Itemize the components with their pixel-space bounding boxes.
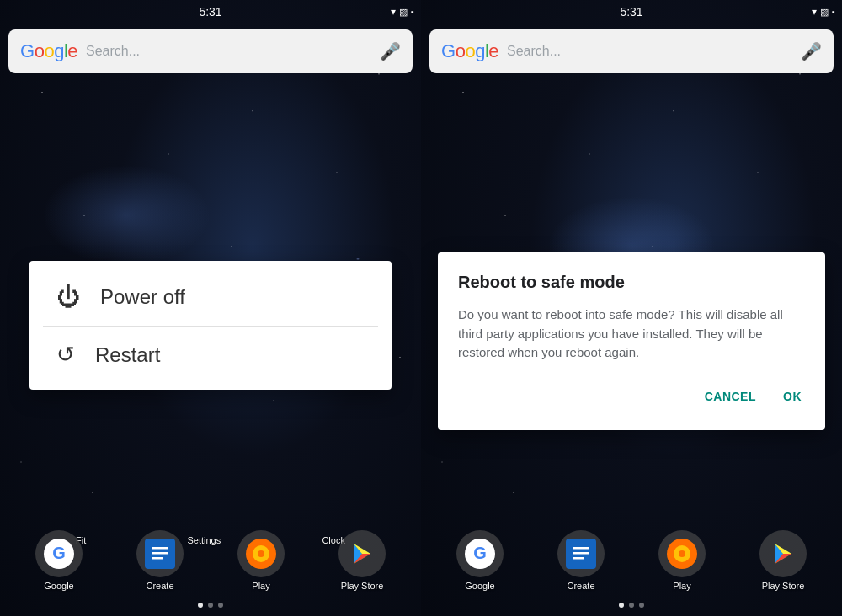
app-dock-right: G Google Create (421, 530, 842, 591)
play-label-right: Play (673, 581, 690, 591)
dialog-buttons: CANCEL OK (458, 383, 805, 410)
battery-icon: ▪ (411, 7, 414, 17)
play-store-label-right: Play Store (762, 581, 805, 591)
play-store-icon-wrap-right (759, 530, 807, 577)
mic-icon-right[interactable]: 🎤 (801, 41, 822, 61)
time-display-right: 5:31 (620, 5, 642, 19)
power-menu[interactable]: ⏻ Power off ↺ Restart (29, 261, 392, 390)
svg-rect-4 (152, 552, 168, 555)
play-icon-wrap (237, 530, 285, 577)
search-placeholder-right[interactable]: Search... (507, 44, 801, 59)
battery-icon-right: ▪ (832, 7, 835, 17)
create-icon-svg (145, 539, 175, 569)
create-icon-wrap (136, 530, 184, 577)
right-screen: 5:31 ▾ ▨ ▪ Google Search... 🎤 Reboot to … (421, 0, 842, 616)
status-bar-right: 5:31 ▾ ▨ ▪ (421, 0, 842, 24)
app-create-left[interactable]: Create (136, 530, 184, 591)
svg-text:G: G (52, 544, 66, 562)
power-off-icon: ⏻ (56, 283, 80, 311)
play-store-icon-svg (347, 539, 377, 569)
app-play-store-right[interactable]: Play Store (759, 530, 807, 591)
dot-3-left (218, 603, 223, 608)
dialog-title: Reboot to safe mode (458, 273, 805, 292)
svg-rect-19 (573, 557, 584, 560)
app-play-left[interactable]: Play (237, 530, 285, 591)
reboot-dialog: Reboot to safe mode Do you want to reboo… (438, 252, 825, 430)
play-icon-svg (246, 539, 276, 569)
google-logo-left: Google (20, 40, 77, 62)
power-off-button[interactable]: ⏻ Power off (29, 268, 392, 326)
google-label-left: Google (44, 581, 73, 591)
search-bar-left[interactable]: Google Search... 🎤 (8, 29, 413, 73)
app-play-right[interactable]: Play (658, 530, 706, 591)
app-google-left[interactable]: G Google (35, 530, 83, 591)
search-bar-right[interactable]: Google Search... 🎤 (429, 29, 834, 73)
google-icon-svg-right: G (465, 539, 495, 569)
google-icon-wrap-right: G (456, 530, 504, 577)
mic-icon-left[interactable]: 🎤 (380, 41, 401, 61)
dot-1-right (619, 603, 624, 608)
power-off-label: Power off (100, 285, 185, 309)
play-icon-wrap-right (658, 530, 706, 577)
status-icons: ▾ ▨ ▪ (391, 6, 414, 18)
signal-icon: ▨ (399, 7, 408, 18)
play-store-icon-svg-right (768, 539, 798, 569)
restart-icon: ↺ (56, 342, 75, 368)
time-display: 5:31 (199, 5, 221, 19)
svg-point-22 (679, 550, 685, 557)
dialog-body: Do you want to reboot into safe mode? Th… (458, 305, 805, 363)
svg-rect-5 (152, 557, 163, 560)
google-label-right: Google (465, 581, 494, 591)
status-bar: 5:31 ▾ ▨ ▪ (0, 0, 421, 24)
ok-button[interactable]: OK (780, 383, 805, 410)
dot-3-right (639, 603, 644, 608)
svg-rect-3 (152, 547, 168, 550)
dot-2-left (208, 603, 213, 608)
app-play-store-left[interactable]: Play Store (338, 530, 386, 591)
signal-icon-right: ▨ (820, 7, 829, 18)
cancel-button[interactable]: CANCEL (701, 383, 759, 410)
svg-rect-17 (573, 547, 589, 550)
play-store-label-left: Play Store (341, 581, 384, 591)
restart-label: Restart (95, 343, 160, 367)
play-label-left: Play (252, 581, 269, 591)
google-logo-right: Google (441, 40, 498, 62)
google-icon-wrap: G (35, 530, 83, 577)
google-icon-svg: G (44, 539, 74, 569)
search-placeholder-left[interactable]: Search... (86, 44, 380, 59)
wifi-icon-right: ▾ (812, 6, 817, 18)
play-icon-svg-right (667, 539, 697, 569)
left-screen: 5:31 ▾ ▨ ▪ Google Search... 🎤 ⏻ Power of… (0, 0, 421, 616)
wifi-icon: ▾ (391, 6, 396, 18)
page-dots-left (0, 603, 421, 608)
status-icons-right: ▾ ▨ ▪ (812, 6, 835, 18)
dot-1-left (198, 603, 203, 608)
app-dock-left: G Google Create (0, 530, 421, 591)
create-icon-svg-right (566, 539, 596, 569)
restart-button[interactable]: ↺ Restart (29, 327, 392, 383)
svg-rect-18 (573, 552, 589, 555)
create-label-right: Create (567, 581, 594, 591)
svg-point-8 (258, 550, 264, 557)
create-icon-wrap-right (557, 530, 605, 577)
page-dots-right (421, 603, 842, 608)
dot-2-right (629, 603, 634, 608)
nebula (42, 165, 210, 266)
play-store-icon-wrap (338, 530, 386, 577)
app-create-right[interactable]: Create (557, 530, 605, 591)
svg-text:G: G (473, 544, 487, 562)
create-label-left: Create (146, 581, 173, 591)
app-google-right[interactable]: G Google (456, 530, 504, 591)
